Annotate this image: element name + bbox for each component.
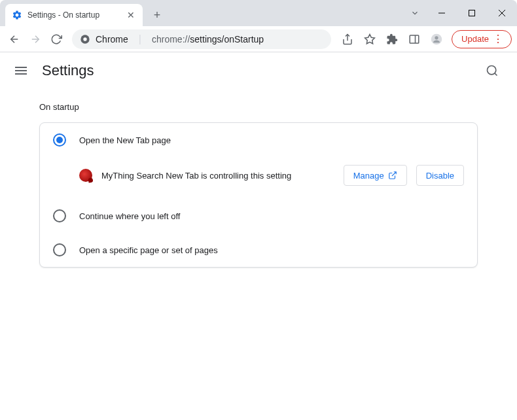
new-tab-button[interactable]: + <box>148 6 166 24</box>
window-titlebar: Settings - On startup ✕ + <box>0 0 517 26</box>
option-specific-pages[interactable]: Open a specific page or set of pages <box>40 233 477 267</box>
settings-header: Settings <box>0 52 517 89</box>
option-label: Open the New Tab page <box>79 135 171 145</box>
option-label: Open a specific page or set of pages <box>79 245 218 255</box>
disable-button[interactable]: Disable <box>416 165 464 186</box>
omnibox-app-label: Chrome <box>96 34 128 44</box>
browser-toolbar: Chrome | chrome://settings/onStartup Upd… <box>0 26 517 52</box>
chrome-logo-icon <box>80 34 90 44</box>
omnibox-url: chrome://settings/onStartup <box>152 34 264 44</box>
page-title: Settings <box>42 62 94 79</box>
svg-point-13 <box>435 36 438 39</box>
svg-rect-10 <box>410 35 419 43</box>
reload-button[interactable] <box>47 30 65 48</box>
side-panel-icon[interactable] <box>404 29 424 49</box>
menu-dots-icon: ⋮ <box>493 34 503 44</box>
manage-button[interactable]: Manage <box>344 165 407 186</box>
share-icon[interactable] <box>338 29 357 49</box>
settings-content: On startup Open the New Tab page MyThing… <box>0 89 517 281</box>
section-title: On startup <box>39 102 478 112</box>
tab-title: Settings - On startup <box>27 10 126 20</box>
window-close-button[interactable] <box>487 3 517 24</box>
svg-point-14 <box>488 66 496 75</box>
address-bar[interactable]: Chrome | chrome://settings/onStartup <box>72 29 331 49</box>
radio-selected-icon[interactable] <box>53 133 66 147</box>
tab-close-icon[interactable]: ✕ <box>126 10 136 20</box>
profile-avatar-icon[interactable] <box>427 29 446 49</box>
back-button[interactable] <box>5 30 24 48</box>
external-link-icon <box>388 171 397 180</box>
disable-label: Disable <box>426 171 454 181</box>
extension-notice-text: MyThing Search New Tab is controlling th… <box>101 171 334 181</box>
svg-line-15 <box>495 73 497 76</box>
svg-marker-9 <box>365 34 375 43</box>
option-label: Continue where you left off <box>79 211 180 221</box>
svg-point-7 <box>83 37 86 41</box>
radio-icon[interactable] <box>53 209 66 222</box>
manage-label: Manage <box>353 171 384 181</box>
extension-control-notice: MyThing Search New Tab is controlling th… <box>40 157 477 199</box>
forward-button[interactable] <box>26 30 45 48</box>
window-minimize-button[interactable] <box>427 3 457 24</box>
startup-options-card: Open the New Tab page MyThing Search New… <box>39 122 478 268</box>
extensions-puzzle-icon[interactable] <box>382 29 402 49</box>
svg-rect-1 <box>469 10 475 16</box>
update-label: Update <box>461 34 489 44</box>
bookmark-star-icon[interactable] <box>360 29 380 49</box>
tab-search-icon[interactable] <box>403 9 427 18</box>
extension-icon <box>79 169 92 182</box>
radio-icon[interactable] <box>53 243 66 256</box>
browser-tab[interactable]: Settings - On startup ✕ <box>5 4 143 26</box>
svg-line-16 <box>391 172 395 176</box>
omnibox-divider: | <box>139 33 141 45</box>
search-icon[interactable] <box>480 59 504 82</box>
window-maximize-button[interactable] <box>457 3 487 24</box>
hamburger-menu-icon[interactable] <box>13 63 29 79</box>
settings-gear-icon <box>12 10 22 20</box>
option-continue[interactable]: Continue where you left off <box>40 199 477 233</box>
update-button[interactable]: Update ⋮ <box>452 30 512 48</box>
option-new-tab[interactable]: Open the New Tab page <box>40 123 477 157</box>
